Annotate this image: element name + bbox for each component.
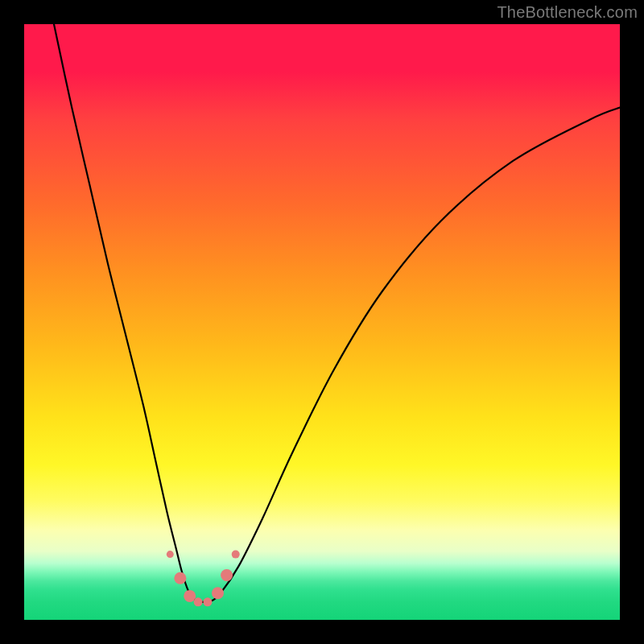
- highlight-dot: [194, 597, 203, 606]
- watermark-text: TheBottleneck.com: [497, 3, 638, 22]
- highlight-dot: [232, 551, 240, 559]
- highlight-dot: [221, 569, 233, 581]
- curve-svg: [24, 24, 620, 620]
- highlight-dots-group: [167, 551, 240, 607]
- bottleneck-curve-path: [54, 24, 620, 602]
- highlight-dot: [184, 590, 196, 602]
- plot-area: [24, 24, 620, 620]
- highlight-dot: [212, 587, 224, 599]
- highlight-dot: [174, 572, 186, 584]
- highlight-dot: [203, 597, 212, 606]
- highlight-dot: [167, 551, 174, 558]
- chart-frame: TheBottleneck.com: [0, 0, 644, 644]
